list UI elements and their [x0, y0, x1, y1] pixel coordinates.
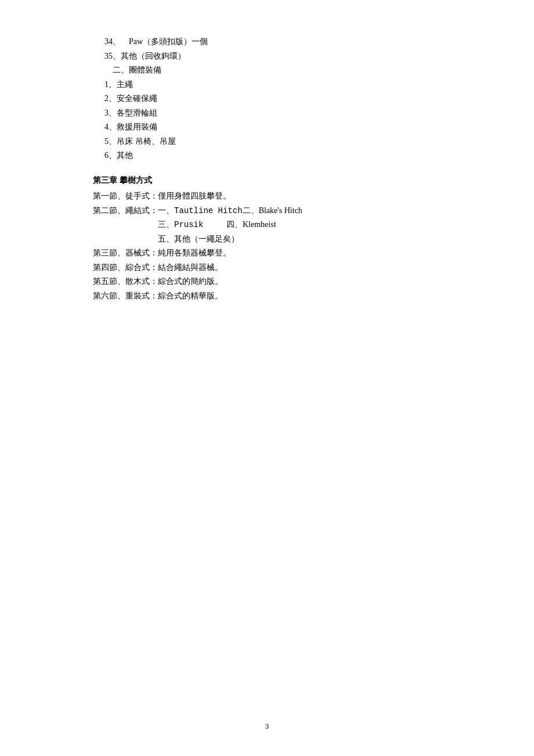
section-2-col1: 第二節、繩結式：一、Tautline Hitch — [93, 204, 243, 218]
section-3: 第三節、器械式：純用各類器械攀登。 — [93, 246, 464, 261]
section-2-line1: 第二節、繩結式：一、Tautline Hitch 二、Blake's Hitch — [93, 204, 464, 218]
section-2-row3-col1: 五、其他（一繩足矣） — [93, 232, 239, 247]
list-item: 5、吊床 吊椅、吊屋 — [104, 135, 464, 149]
page-number: 3 — [265, 720, 269, 733]
content-area: 34、 Paw（多頭扣版）一個 35、其他（回收鉤環） 二、團體裝備 1、主繩 … — [93, 35, 464, 303]
section-2-row2-col2: 四、Klemheist — [226, 218, 276, 232]
section-2-row2-col1: 三、Prusik — [93, 218, 226, 232]
section-1: 第一節、徒手式：僅用身體四肢攀登。 — [93, 189, 464, 204]
section-6: 第六節、重裝式：綜合式的精華版。 — [93, 289, 464, 304]
list-item: 4、救援用裝備 — [104, 120, 464, 135]
list-item: 34、 Paw（多頭扣版）一個 — [104, 35, 464, 49]
section-2-col2: 二、Blake's Hitch — [243, 204, 302, 218]
section-2-line3: 五、其他（一繩足矣） — [93, 232, 464, 247]
chapter-heading: 第三章 攀樹方式 — [93, 174, 464, 188]
list-item: 1、主繩 — [104, 78, 464, 92]
list-item: 35、其他（回收鉤環） — [104, 49, 464, 64]
section-5: 第五節、散木式：綜合式的簡約版。 — [93, 275, 464, 289]
section-4: 第四節、綜合式：結合繩結與器械。 — [93, 261, 464, 275]
section-2-line2: 三、Prusik 四、Klemheist — [93, 218, 464, 232]
sections-area: 第一節、徒手式：僅用身體四肢攀登。 第二節、繩結式：一、Tautline Hit… — [93, 189, 464, 303]
page: 34、 Paw（多頭扣版）一個 35、其他（回收鉤環） 二、團體裝備 1、主繩 … — [0, 0, 534, 756]
list-item: 2、安全確保繩 — [104, 92, 464, 106]
list-item: 3、各型滑輪組 — [104, 106, 464, 121]
list-section: 34、 Paw（多頭扣版）一個 35、其他（回收鉤環） 二、團體裝備 1、主繩 … — [93, 35, 464, 163]
list-item: 6、其他 — [104, 149, 464, 163]
list-item: 二、團體裝備 — [104, 63, 464, 78]
